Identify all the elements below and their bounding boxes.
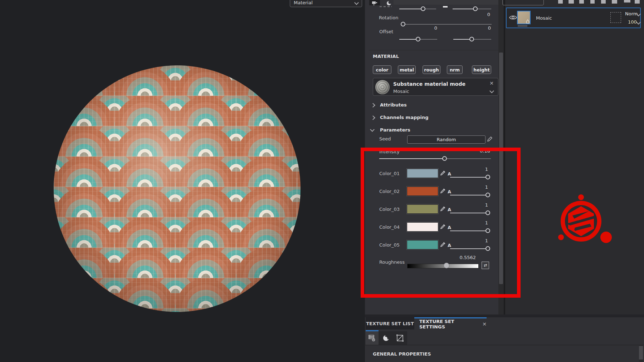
offset-y-slider[interactable] (453, 39, 491, 40)
substance-painter-logo (553, 193, 614, 247)
chevron-down-icon[interactable] (489, 89, 494, 93)
pencil-icon[interactable] (487, 136, 493, 142)
general-properties-heading: GENERAL PROPERTIES (373, 351, 431, 357)
tab-dashes (380, 6, 392, 7)
toolbar-icon[interactable] (590, 0, 595, 4)
layer-thumbnail[interactable] (517, 11, 531, 24)
chevron-down-icon[interactable] (636, 20, 641, 25)
icon-tab-mesh-maps[interactable] (379, 331, 393, 345)
channel-button-color[interactable]: color (373, 65, 391, 74)
close-icon[interactable]: ✕ (489, 80, 494, 86)
sphere-icon (386, 1, 391, 5)
toolbar-icon[interactable] (612, 0, 617, 4)
divider (365, 345, 644, 345)
opacity-dropdown[interactable]: 100 (628, 19, 637, 25)
sphere-mode-tab[interactable] (384, 0, 394, 5)
icon-tab-general[interactable] (366, 331, 379, 345)
toolbar-icon[interactable] (579, 0, 584, 4)
app-window: Material 0 Rotation (0, 0, 644, 362)
annotation-highlight-rectangle (361, 148, 521, 298)
layer-name[interactable]: Mosaic (536, 15, 552, 21)
uv-square-icon (396, 334, 404, 342)
layer-mask-placeholder[interactable] (610, 12, 621, 23)
eye-visibility-icon[interactable] (509, 14, 517, 21)
chevron-down-icon (354, 0, 359, 5)
toolbar-remnant-box (502, 0, 544, 5)
toolbar-icon[interactable] (624, 0, 630, 3)
rotation-slider[interactable] (401, 24, 492, 25)
viewport-material-dropdown[interactable]: Material (290, 0, 362, 7)
rotation-value[interactable]: 0 (472, 12, 490, 17)
scrollbar-thumb[interactable] (639, 346, 643, 359)
scale-link-toggle[interactable] (443, 6, 448, 8)
toolbar-icon[interactable] (569, 0, 574, 4)
offset-x-slider[interactable] (399, 39, 437, 40)
scale-x-slider[interactable] (399, 9, 436, 9)
bottom-scrollbar[interactable] (639, 345, 643, 362)
offset-x-value[interactable]: 0 (426, 25, 437, 31)
paint-roller-icon (372, 1, 377, 5)
tab-label: TEXTURE SET LIST (366, 321, 414, 326)
divider (369, 50, 500, 50)
chevron-down-icon[interactable] (370, 127, 375, 132)
rotation-label: Rotation (379, 15, 398, 20)
sphere-icon (382, 334, 390, 342)
section-channels-mapping[interactable]: Channels mapping (380, 115, 429, 120)
seed-label: Seed (379, 136, 391, 142)
substance-mode-value: Mosaic (393, 89, 409, 94)
offset-y-value[interactable]: 0 (480, 25, 491, 31)
material-dropdown-label: Material (294, 0, 313, 5)
settings-list-icon (369, 334, 376, 342)
channel-button-metal[interactable]: metal (398, 65, 416, 74)
toolbar-icon[interactable] (635, 0, 640, 4)
panel-header-band (394, 0, 505, 5)
substance-mode-title: Substance material mode (393, 81, 465, 87)
section-parameters[interactable]: Parameters (380, 127, 410, 133)
toolbar-icon[interactable] (558, 0, 563, 4)
chevron-right-icon[interactable] (371, 115, 375, 120)
section-attributes[interactable]: Attributes (380, 102, 407, 108)
channel-button-rough[interactable]: rough (423, 65, 440, 74)
viewport-3d[interactable]: Material (0, 0, 365, 362)
material-section-header: MATERIAL (373, 54, 399, 59)
toolbar-icon[interactable] (601, 0, 606, 4)
substance-material-mode-box[interactable]: Substance material mode Mosaic ✕ (373, 78, 498, 96)
layer-row-mosaic[interactable]: Mosaic Norm 100 (506, 8, 641, 28)
channel-button-height[interactable]: height (472, 65, 491, 74)
scale-y-slider[interactable] (453, 9, 491, 9)
channel-button-nrm[interactable]: nrm (447, 65, 463, 74)
layers-panel: Mosaic Norm 100 (505, 0, 644, 317)
seed-random-button[interactable]: Random (407, 135, 486, 144)
material-thumbnail (375, 80, 390, 94)
panel-gap (365, 314, 644, 317)
layer-mini-bar (518, 25, 527, 27)
material-mode-tab[interactable] (369, 0, 380, 5)
texture-set-panel: TEXTURE SET LIST TEXTURE SET SETTINGS ✕ (365, 314, 644, 362)
icon-tab-uv[interactable] (393, 331, 407, 345)
opacity-value: 100 (628, 19, 637, 25)
close-icon[interactable]: ✕ (482, 321, 487, 327)
tab-label: TEXTURE SET SETTINGS (419, 319, 478, 329)
offset-label: Offset (379, 29, 393, 34)
material-preview-sphere[interactable] (54, 65, 301, 312)
tab-texture-set-settings[interactable]: TEXTURE SET SETTINGS ✕ (414, 317, 487, 329)
fill-droplet-icon (526, 19, 530, 24)
chevron-right-icon[interactable] (371, 103, 375, 108)
tab-texture-set-list[interactable]: TEXTURE SET LIST (366, 317, 414, 329)
